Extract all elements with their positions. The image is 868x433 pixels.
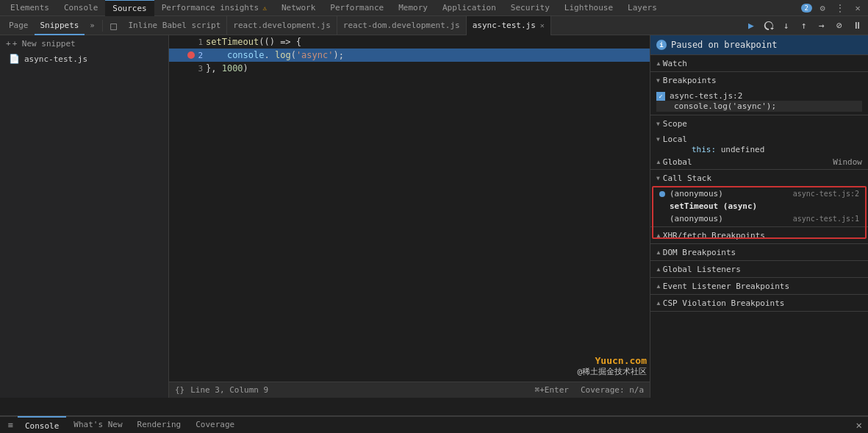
file-tab-async-test[interactable]: async-test.js ✕ (467, 16, 551, 35)
debugger-controls: ▶ ↓ ↑ → ⊘ ⏸ (743, 18, 865, 34)
call-stack-header[interactable]: ▼ Call Stack (650, 170, 868, 186)
file-tab-react[interactable]: react.development.js (227, 16, 337, 35)
panel-scroll-area[interactable]: ▶ Watch ▼ Breakpoints ✓ async-test.js:2 (650, 55, 868, 398)
breakpoints-section: ▼ Breakpoints ✓ async-test.js:2 console.… (650, 72, 868, 115)
step-out-button[interactable]: ↑ (796, 18, 812, 34)
code-line-1: 1 setTimeout(() => { (169, 35, 650, 49)
scope-header[interactable]: ▼ Scope (650, 115, 868, 132)
status-right: ⌘+Enter Coverage: n/a (535, 385, 644, 395)
devtools-icons: 2 ⚙ ⋮ ✕ (801, 1, 865, 15)
new-snippet-button[interactable]: + + New snippet (0, 35, 168, 51)
csp-violation-breakpoints-section: ▶ CSP Violation Breakpoints (650, 295, 868, 312)
global-listeners-header[interactable]: ▶ Global Listeners (650, 261, 868, 277)
editor-area[interactable]: 1 setTimeout(() => { 2 console. log('asy… (169, 35, 650, 398)
cs-dot-1 (659, 191, 665, 197)
file-tab-inline-babel[interactable]: Inline Babel script (122, 16, 227, 35)
breakpoint-dot (187, 51, 195, 59)
csp-violation-breakpoints-header[interactable]: ▶ CSP Violation Breakpoints (650, 295, 868, 311)
tab-application[interactable]: Application (435, 0, 503, 16)
position-label: Line 3, Column 9 (190, 385, 268, 395)
bottom-tab-rendering[interactable]: Rendering (130, 416, 189, 433)
deactivate-breakpoints-button[interactable]: ⊘ (831, 18, 847, 34)
tab-console[interactable]: Console (57, 0, 105, 16)
cs-item-1[interactable]: (anonymous) async-test.js:2 (650, 187, 868, 200)
console-toggle-icon[interactable]: ≡ (3, 416, 18, 433)
main-area: + + New snippet 📄 async-test.js 1 setTim… (0, 35, 868, 398)
tab-page[interactable]: Page (3, 16, 35, 35)
tab-performance-insights[interactable]: Performance insights ⚠ (154, 0, 274, 16)
scope-local: ▼ Local this: undefined (650, 133, 868, 157)
scope-content: ▼ Local this: undefined ▶ (650, 132, 868, 169)
sidebar: + + New snippet 📄 async-test.js (0, 35, 169, 398)
global-listeners-section: ▶ Global Listeners (650, 261, 868, 278)
step-into-button[interactable]: ↓ (778, 18, 795, 34)
global-listeners-triangle-icon: ▶ (655, 268, 661, 271)
cs-item-2[interactable]: setTimeout (async) (650, 200, 868, 212)
line-num-3: 3 (169, 64, 206, 74)
new-tab-icon[interactable]: □ (106, 18, 121, 33)
step-over-button[interactable] (761, 18, 777, 34)
toolbar-row: Page Snippets » □ Inline Babel script re… (0, 16, 868, 35)
tab-security[interactable]: Security (503, 0, 557, 16)
scope-local-header[interactable]: ▼ Local (656, 135, 862, 144)
scope-section: ▼ Scope ▼ Local this: undefined (650, 115, 868, 170)
call-stack-section: ▼ Call Stack (anonymous) async-test.js:2 (650, 170, 868, 227)
close-bottom-panel-button[interactable]: ✕ (853, 419, 865, 431)
bp-code-line: console.log('async'); (656, 101, 862, 112)
scope-local-items: this: undefined (656, 144, 862, 155)
tab-memory[interactable]: Memory (391, 0, 435, 16)
event-listener-breakpoints-section: ▶ Event Listener Breakpoints (650, 278, 868, 295)
sidebar-item-async-test[interactable]: 📄 async-test.js (0, 51, 168, 66)
info-icon: i (656, 40, 667, 50)
notification-badge: 2 (801, 4, 812, 12)
plus-icon: + (6, 39, 11, 49)
file-tabs: Inline Babel script react.development.js… (122, 16, 743, 35)
code-lines: 1 setTimeout(() => { 2 console. log('asy… (169, 35, 650, 75)
close-file-tab-icon[interactable]: ✕ (540, 16, 545, 35)
step-button[interactable]: → (814, 18, 830, 34)
resume-button[interactable]: ▶ (743, 18, 759, 34)
tab-lighthouse[interactable]: Lighthouse (557, 0, 620, 16)
tab-performance[interactable]: Performance (323, 0, 391, 16)
settings-icon[interactable]: ⚙ (815, 1, 830, 15)
line-content-3: }, 1000) (206, 63, 650, 74)
bp-file-row: ✓ async-test.js:2 (656, 91, 862, 101)
more-icon[interactable]: ⋮ (833, 1, 847, 15)
bp-checkbox[interactable]: ✓ (656, 92, 665, 101)
watch-triangle-icon: ▶ (655, 62, 661, 65)
breakpoints-header[interactable]: ▼ Breakpoints (650, 72, 868, 88)
braces-icon[interactable]: {} (175, 385, 184, 395)
watch-header[interactable]: ▶ Watch (650, 55, 868, 71)
bottom-tab-coverage[interactable]: Coverage (188, 416, 242, 433)
line-num-1: 1 (169, 37, 206, 47)
breakpoints-triangle-icon: ▼ (656, 77, 660, 84)
line-content-2: console. log('async'); (206, 50, 650, 60)
dom-breakpoints-section: ▶ DOM Breakpoints (650, 244, 868, 261)
right-panel: i Paused on breakpoint ▶ Watch ▼ Breakpo… (650, 35, 868, 398)
call-stack-items: (anonymous) async-test.js:2 setTimeout (… (650, 186, 868, 226)
tab-network[interactable]: Network (274, 0, 323, 16)
event-listener-breakpoints-header[interactable]: ▶ Event Listener Breakpoints (650, 278, 868, 294)
paused-banner: i Paused on breakpoint (650, 35, 868, 55)
cs-item-3[interactable]: (anonymous) async-test.js:1 (650, 212, 868, 225)
file-tab-react-dom[interactable]: react-dom.development.js (337, 16, 467, 35)
xhr-breakpoints-header[interactable]: ▶ XHR/fetch Breakpoints (650, 227, 868, 243)
scope-triangle-icon: ▼ (656, 121, 660, 127)
close-icon[interactable]: ✕ (850, 1, 865, 15)
tab-snippets[interactable]: Snippets (35, 16, 85, 35)
tab-layers[interactable]: Layers (620, 0, 664, 16)
file-icon: 📄 (9, 54, 20, 64)
event-listener-triangle-icon: ▶ (655, 285, 661, 288)
scope-global-header[interactable]: ▶ Global (656, 157, 692, 167)
dom-breakpoints-header[interactable]: ▶ DOM Breakpoints (650, 244, 868, 260)
csp-violation-triangle-icon: ▶ (655, 301, 661, 305)
scope-global-row: ▶ Global Window (650, 157, 868, 168)
bottom-tab-console[interactable]: Console (18, 416, 66, 433)
bottom-tab-whats-new[interactable]: What's New (66, 416, 129, 433)
code-line-2: 2 console. log('async'); (169, 49, 650, 62)
tab-sources[interactable]: Sources (105, 0, 154, 16)
pause-on-exceptions-button[interactable]: ⏸ (849, 18, 865, 34)
tab-elements[interactable]: Elements (3, 0, 57, 16)
expand-icon[interactable]: » (85, 18, 99, 33)
code-line-3: 3 }, 1000) (169, 62, 650, 75)
